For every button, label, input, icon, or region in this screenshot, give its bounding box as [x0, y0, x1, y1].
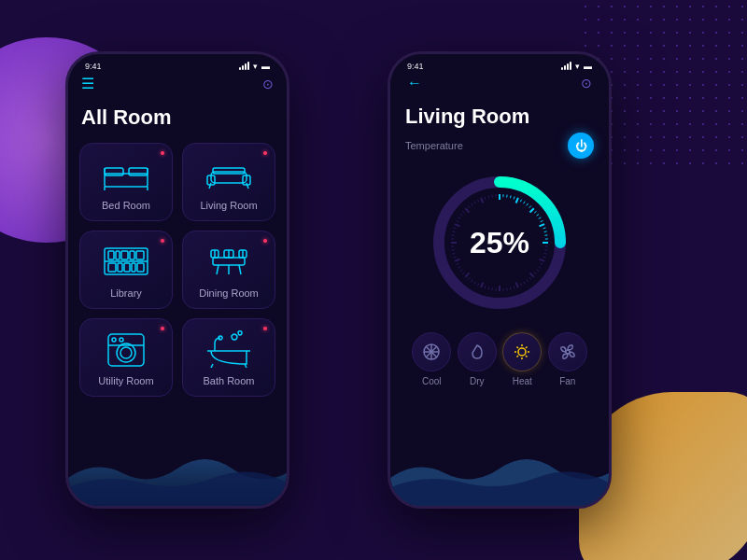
svg-line-103	[454, 257, 457, 258]
svg-line-113	[457, 220, 459, 221]
location-icon-right[interactable]: ⊙	[581, 76, 592, 91]
svg-line-43	[211, 364, 213, 368]
svg-rect-19	[136, 251, 144, 259]
svg-point-132	[518, 348, 526, 356]
svg-line-90	[488, 287, 489, 290]
svg-line-114	[458, 217, 461, 219]
heat-label: Heat	[513, 376, 532, 386]
svg-line-110	[452, 231, 455, 232]
control-heat[interactable]: Heat	[502, 332, 542, 386]
location-icon[interactable]: ⊙	[262, 77, 274, 91]
svg-line-77	[530, 273, 534, 277]
svg-line-64	[544, 231, 547, 232]
right-phone: 9:41 ▾ ▬ ← ⊙ Living Room Temperature ⏻	[388, 51, 612, 509]
status-icons-left: ▾ ▬	[239, 62, 270, 71]
control-dry[interactable]: Dry	[458, 332, 497, 386]
svg-rect-24	[137, 263, 144, 272]
svg-line-118	[468, 205, 470, 207]
svg-line-121	[477, 200, 478, 203]
dry-button[interactable]	[458, 332, 497, 371]
menu-icon[interactable]: ☰	[81, 75, 94, 92]
power-button[interactable]: ⏻	[568, 133, 594, 159]
room-card-bathroom[interactable]: Bath Room	[182, 318, 275, 397]
svg-line-139	[526, 347, 528, 349]
svg-line-122	[481, 198, 483, 203]
svg-line-70	[544, 253, 547, 254]
svg-line-55	[527, 203, 529, 205]
svg-line-62	[539, 224, 544, 226]
svg-line-101	[457, 263, 459, 264]
svg-line-51	[514, 197, 514, 200]
temperature-row: Temperature ⏻	[405, 133, 594, 159]
wave-decoration-left	[68, 450, 287, 506]
svg-rect-10	[213, 168, 245, 174]
battery-icon: ▬	[261, 62, 270, 71]
wifi-icon-right: ▾	[575, 62, 580, 71]
control-fan[interactable]: Fan	[548, 332, 587, 386]
svg-line-26	[217, 265, 218, 274]
svg-rect-22	[124, 263, 130, 272]
svg-line-120	[474, 202, 476, 204]
svg-line-76	[534, 273, 536, 274]
svg-line-84	[510, 287, 511, 290]
temperature-label: Temperature	[405, 140, 463, 151]
room-card-livingroom[interactable]: Living Room	[182, 143, 275, 221]
svg-line-99	[460, 270, 462, 272]
svg-line-72	[539, 259, 544, 261]
all-room-screen: ☰ ⊙ All Room Bed Ro	[68, 75, 287, 397]
room-card-bedroom[interactable]: Bed Room	[79, 143, 173, 221]
svg-line-94	[474, 282, 476, 285]
gauge-container: 25%	[405, 168, 594, 317]
phone-notch-right	[462, 54, 537, 75]
svg-rect-25	[213, 258, 245, 265]
bedroom-label: Bed Room	[102, 200, 150, 211]
svg-line-53	[520, 200, 521, 203]
svg-rect-21	[118, 263, 122, 272]
cool-button[interactable]	[412, 332, 451, 371]
living-room-header: ← ⊙	[405, 75, 594, 91]
svg-line-119	[471, 203, 472, 205]
svg-rect-35	[108, 334, 144, 366]
svg-line-97	[465, 273, 469, 277]
svg-rect-2	[129, 168, 148, 175]
svg-rect-15	[108, 251, 114, 259]
bed-icon	[101, 155, 151, 192]
svg-line-91	[485, 287, 486, 289]
bathroom-label: Bath Room	[203, 375, 254, 386]
all-room-header: ☰ ⊙	[79, 75, 275, 92]
svg-line-82	[516, 282, 518, 287]
svg-line-74	[539, 267, 542, 269]
heat-button[interactable]	[502, 332, 542, 371]
washer-icon	[101, 330, 151, 368]
svg-line-138	[526, 356, 528, 357]
room-card-diningroom[interactable]: Dining Room	[182, 231, 275, 309]
control-cool[interactable]: Cool	[412, 332, 451, 386]
bookshelf-icon	[101, 243, 151, 280]
svg-line-78	[529, 277, 531, 279]
room-card-library[interactable]: Library	[79, 231, 173, 309]
svg-line-124	[488, 195, 489, 198]
svg-line-73	[541, 263, 543, 264]
svg-rect-1	[105, 168, 123, 175]
wave-decoration-right	[390, 450, 609, 506]
svg-line-27	[239, 265, 241, 274]
svg-rect-20	[108, 263, 116, 272]
svg-line-112	[455, 224, 460, 226]
svg-line-117	[465, 208, 469, 212]
bathtub-icon	[204, 330, 254, 368]
back-button[interactable]: ←	[407, 75, 422, 91]
battery-icon-right: ▬	[584, 62, 592, 71]
status-icons-right: ▾ ▬	[561, 62, 592, 71]
svg-line-98	[462, 273, 464, 274]
living-room-title: Living Room	[405, 105, 594, 129]
svg-line-140	[517, 356, 519, 357]
diningroom-label: Dining Room	[199, 287, 259, 299]
svg-point-38	[112, 338, 116, 342]
svg-line-123	[485, 197, 486, 200]
room-card-utilityroom[interactable]: Utility Room	[79, 318, 173, 397]
svg-line-12	[247, 183, 248, 189]
signal-icon	[239, 63, 249, 70]
cool-label: Cool	[422, 376, 442, 386]
fan-button[interactable]	[548, 332, 587, 371]
svg-line-75	[537, 270, 539, 272]
